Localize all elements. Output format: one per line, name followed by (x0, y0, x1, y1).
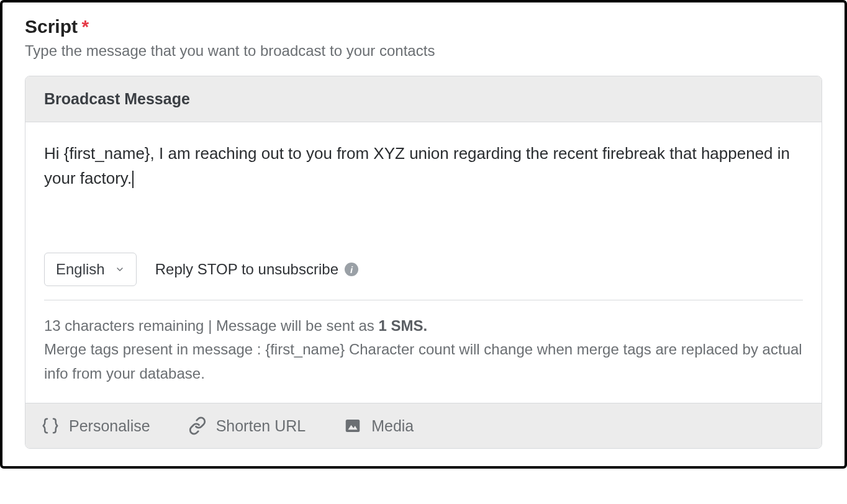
section-subtitle: Type the message that you want to broadc… (25, 42, 822, 60)
merge-tags-line: Merge tags present in message : {first_n… (44, 338, 803, 385)
chevron-down-icon (115, 264, 125, 274)
sms-count: 1 SMS. (379, 317, 428, 334)
section-title: Script (25, 16, 78, 37)
image-icon (343, 416, 363, 436)
chars-remaining-text: 13 characters remaining | Message will b… (44, 317, 379, 334)
header: Script * Type the message that you want … (25, 16, 822, 60)
message-text: Hi {first_name}, I am reaching out to yo… (44, 144, 790, 187)
svg-rect-0 (346, 420, 360, 432)
script-panel: Script * Type the message that you want … (0, 0, 847, 469)
card-footer: Personalise Shorten URL (25, 403, 822, 448)
info-icon[interactable]: i (345, 263, 358, 276)
controls-row: English Reply STOP to unsubscribe i (25, 246, 822, 300)
required-asterisk: * (81, 16, 89, 37)
personalise-button[interactable]: Personalise (40, 416, 150, 436)
link-icon (188, 416, 207, 436)
shorten-url-label: Shorten URL (216, 417, 306, 435)
media-label: Media (371, 417, 414, 435)
chars-remaining-line: 13 characters remaining | Message will b… (44, 314, 803, 338)
language-select[interactable]: English (44, 253, 137, 286)
shorten-url-button[interactable]: Shorten URL (188, 416, 306, 436)
text-cursor (132, 171, 134, 188)
language-selected-label: English (56, 261, 105, 278)
unsubscribe-hint: Reply STOP to unsubscribe i (155, 261, 358, 278)
media-button[interactable]: Media (343, 416, 414, 436)
braces-icon (40, 416, 60, 436)
personalise-label: Personalise (69, 417, 150, 435)
card-title: Broadcast Message (25, 76, 822, 122)
status-block: 13 characters remaining | Message will b… (25, 300, 822, 403)
unsubscribe-text: Reply STOP to unsubscribe (155, 261, 338, 278)
message-textarea[interactable]: Hi {first_name}, I am reaching out to yo… (25, 122, 822, 246)
broadcast-card: Broadcast Message Hi {first_name}, I am … (25, 76, 822, 449)
